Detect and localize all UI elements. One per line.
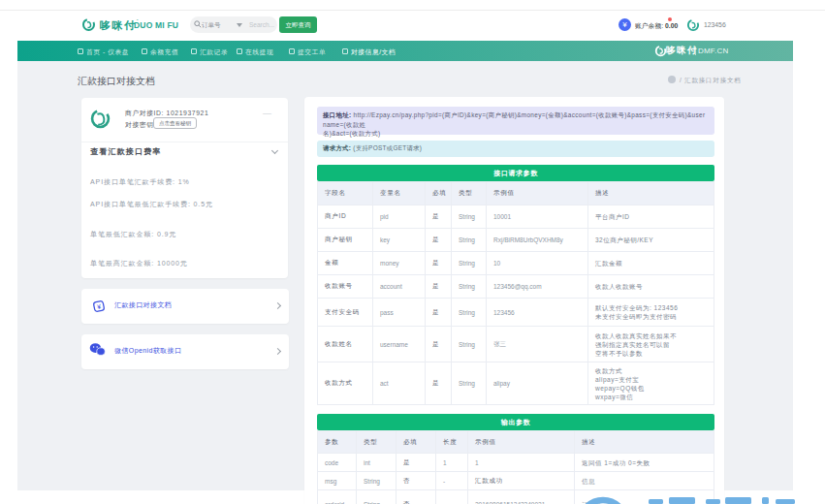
svg-text:¥: ¥ [96, 302, 101, 310]
